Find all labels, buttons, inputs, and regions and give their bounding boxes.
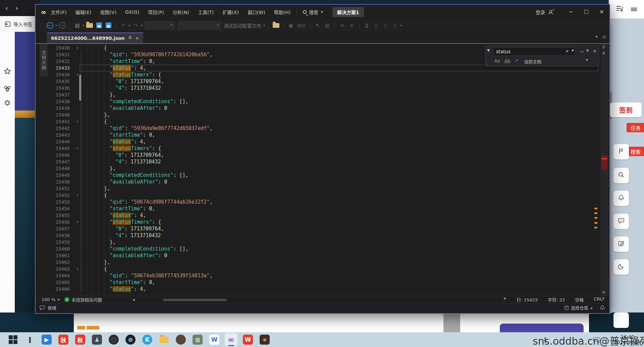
language-indicator[interactable]: EN <box>551 337 557 342</box>
checkin-badge[interactable]: 签到 <box>610 102 642 117</box>
toolbar-combobox[interactable] <box>145 21 174 29</box>
code-line-15434[interactable]: 15434∨"statusTimers": { <box>48 71 600 78</box>
taskbar-app-dot-app[interactable]: ● <box>258 333 271 346</box>
find-next-caret-icon[interactable]: ▼ <box>586 49 589 52</box>
code-line-15466[interactable]: 15466"status": 4, <box>48 286 600 292</box>
cursor-column-indicator[interactable]: 字符: 23 <box>548 296 565 303</box>
fold-chevron-icon[interactable]: ∨ <box>74 118 81 125</box>
menu-窗口w[interactable]: 窗口(W) <box>248 9 265 15</box>
code-line-15440[interactable]: 15440}, <box>48 112 600 118</box>
taskbar-app-dark-circle-app[interactable]: ◌ <box>107 333 120 346</box>
gear-icon[interactable] <box>3 99 11 108</box>
taskbar-app-windows-start[interactable] <box>7 333 19 346</box>
indent-mode-indicator[interactable]: 空格 <box>575 296 584 303</box>
eol-indicator[interactable]: CRLF <box>594 296 605 303</box>
flag-card[interactable] <box>613 144 629 159</box>
taskbar-app-steam[interactable]: ⊙ <box>124 333 137 346</box>
find-close-icon[interactable]: ✕ <box>593 49 596 54</box>
regex-toggle[interactable]: .* <box>515 58 518 63</box>
taskbar-app-pixel-app[interactable]: ▦ <box>191 333 204 346</box>
fold-chevron-icon[interactable]: ∨ <box>74 266 81 272</box>
moon-card[interactable] <box>613 259 629 275</box>
whole-word-toggle[interactable]: Ab <box>504 58 510 63</box>
bookmark-clear-button[interactable]: ▯ <box>392 21 398 29</box>
code-line-15447[interactable]: 15447"4": 1713710432 <box>48 158 600 165</box>
code-line-15463[interactable]: 15463∨{ <box>48 266 600 272</box>
taskbar-app-wps[interactable]: W <box>208 333 221 346</box>
code-line-15465[interactable]: 15465"startTime": 0, <box>48 279 600 286</box>
toolbar-combobox[interactable] <box>178 21 221 29</box>
find-query-input[interactable] <box>493 47 576 56</box>
find-next-icon[interactable]: → <box>580 49 584 54</box>
keyboard-icon[interactable] <box>593 337 600 342</box>
taskbar-app-visual-studio[interactable]: ∞ <box>225 333 237 346</box>
code-line-15436[interactable]: 15436"4": 1713710432 <box>48 85 600 91</box>
repo-picker[interactable]: 选择仓库 ▲ <box>564 304 593 311</box>
chat-card[interactable] <box>613 214 629 229</box>
favorites-star-icon[interactable] <box>3 67 11 77</box>
signin-button[interactable]: 登录 <box>536 9 554 15</box>
undo-button[interactable]: ↶ <box>120 21 127 29</box>
tab-close-icon[interactable]: ✕ <box>136 36 139 41</box>
indent-decrease-button[interactable]: ≡ <box>339 21 346 29</box>
taskbar-app-app-bars[interactable]: ‖ <box>23 333 36 346</box>
code-line-15452[interactable]: 15452∨{ <box>48 192 600 199</box>
dropdown-caret-icon[interactable]: ▾ <box>141 24 143 27</box>
solution-name[interactable]: 解决方案1 <box>332 7 364 17</box>
feedback-icon[interactable] <box>40 305 45 310</box>
taskbar-app-red-w-app[interactable]: W <box>241 333 254 346</box>
pin-icon[interactable] <box>128 36 132 41</box>
notifications-bell-icon[interactable] <box>600 305 605 310</box>
hscroll-left-icon[interactable]: ◀ <box>132 298 135 301</box>
taskbar-app-game-app[interactable]: ♟ <box>91 333 103 346</box>
maximize-button[interactable]: ☐ <box>579 5 594 19</box>
code-line-15449[interactable]: 15449"completedConditions": [], <box>48 172 600 179</box>
find-clear-icon[interactable]: ✕ <box>566 49 569 54</box>
tasks-badge[interactable]: 任务 <box>627 123 644 132</box>
menu-gitg[interactable]: Git(G) <box>125 9 139 15</box>
hscroll-right-icon[interactable]: ▶ <box>504 296 507 303</box>
indent-increase-button[interactable]: ≡ <box>348 21 355 29</box>
splitter-icon[interactable]: ⇕ <box>602 45 605 50</box>
code-line-15437[interactable]: 15437}, <box>48 91 600 98</box>
find-expand-chevron-icon[interactable]: ▼ <box>487 48 490 53</box>
hamburger-menu-icon[interactable] <box>631 7 637 12</box>
spell-check-button[interactable]: abc <box>297 21 306 29</box>
hidden-icons-chevron[interactable]: ^ <box>579 337 583 342</box>
scroll-down-icon[interactable]: ▼ <box>602 291 605 294</box>
find-history-caret-icon[interactable]: ▼ <box>572 49 574 52</box>
bell-card[interactable] <box>613 191 629 206</box>
menu-分析n[interactable]: 分析(N) <box>172 9 189 15</box>
fold-chevron-icon[interactable]: ∨ <box>74 71 81 78</box>
browser-back-icon[interactable]: ‹ <box>5 4 8 12</box>
dropdown-caret-icon[interactable]: ▾ <box>263 24 265 27</box>
find-panel-grip[interactable]: ⣿ <box>486 63 488 66</box>
menu-项目p[interactable]: 项目(P) <box>148 9 164 15</box>
code-line-15445[interactable]: 15445∨"statusTimers": { <box>48 145 600 152</box>
fold-chevron-icon[interactable]: ∨ <box>74 192 81 199</box>
scroll-up-icon[interactable]: ▲ <box>602 51 605 54</box>
bookmark-next-button[interactable]: ▯ <box>382 21 389 29</box>
code-line-15464[interactable]: 15464"qid": "59674eb386f774539f14813a", <box>48 272 600 279</box>
code-line-15446[interactable]: 15446"0": 1713709764, <box>48 152 600 158</box>
fold-chevron-icon[interactable]: ∨ <box>74 45 81 51</box>
code-line-15459[interactable]: 15459}, <box>48 239 600 246</box>
taskbar-app-video-app[interactable]: ▶ <box>40 333 53 346</box>
tab-settings-icon[interactable]: ◎ <box>602 34 606 39</box>
import-bookmarks-bar[interactable]: 导入书签 <box>0 16 40 32</box>
code-editor[interactable]: 15430∨{15431"qid": "5936d90786f7742b1420… <box>48 44 600 296</box>
minimize-button[interactable]: ─ <box>563 5 579 19</box>
browser-forward-icon[interactable]: › <box>15 4 18 12</box>
redo-button[interactable]: ↷ <box>132 21 139 29</box>
code-line-15457[interactable]: 15457"0": 1713709764, <box>48 225 600 232</box>
close-button[interactable]: ✕ <box>594 5 609 19</box>
taskbar-app-qiu-app-1[interactable]: 秋 <box>57 333 70 346</box>
hscrollbar-thumb[interactable] <box>163 299 227 301</box>
browser-scrollbar[interactable] <box>610 25 612 313</box>
menu-文件f[interactable]: 文件(F) <box>51 9 67 15</box>
code-line-15458[interactable]: 15458"4": 1713710432 <box>48 232 600 239</box>
dropdown-caret-icon[interactable]: ▾ <box>55 24 57 27</box>
code-line-15454[interactable]: 15454"startTime": 0, <box>48 205 600 212</box>
code-line-15448[interactable]: 15448}, <box>48 165 600 172</box>
code-line-15456[interactable]: 15456∨"statusTimers": { <box>48 219 600 225</box>
